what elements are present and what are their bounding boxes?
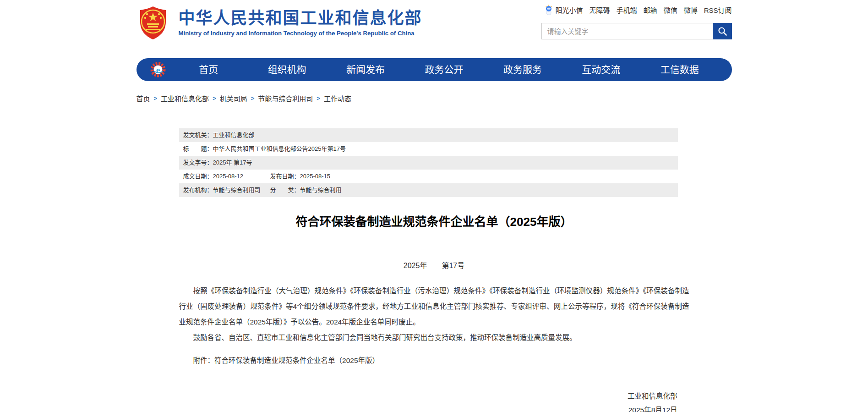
topbar-links: 阳光小信 无障碍 手机端 邮箱 微信 微博 RSS订阅 — [544, 5, 732, 15]
meta-label: 成文日期： — [183, 173, 213, 180]
site-subtitle-english: Ministry of Industry and Information Tec… — [179, 30, 422, 37]
site-identity: 中华人民共和国工业和信息化部 Ministry of Industry and … — [179, 9, 422, 37]
breadcrumb-item-energy-dept[interactable]: 节能与综合利用司 — [258, 93, 313, 103]
article-paragraph-2: 鼓励各省、自治区、直辖市工业和信息化主管部门会同当地有关部门研究出台支持政策，推… — [179, 330, 689, 346]
meta-value: 2025-08-12 — [213, 173, 244, 180]
nav-item-organization[interactable]: 组织机构 — [248, 58, 326, 81]
meta-value: 工业和信息化部 — [213, 132, 255, 138]
meta-row-title: 标 题：中华人民共和国工业和信息化部公告2025年第17号 — [179, 142, 678, 156]
meta-label: 发布日期： — [270, 173, 300, 180]
site-header: 中华人民共和国工业和信息化部 Ministry of Industry and … — [136, 0, 732, 46]
meta-label: 发文机关： — [183, 132, 213, 138]
search-icon — [717, 26, 727, 36]
article-body: 按照《环保装备制造行业（大气治理）规范条件》《环保装备制造行业（污水治理）规范条… — [179, 283, 689, 346]
search-button[interactable] — [713, 23, 732, 39]
article-title: 符合环保装备制造业规范条件企业名单（2025年版） — [179, 212, 689, 229]
attachment-line: 附件：符合环保装备制造业规范条件企业名单（2025年版） — [179, 353, 689, 368]
meta-value: 2025年 第17号 — [213, 159, 252, 166]
nav-item-interaction[interactable]: 互动交流 — [562, 58, 640, 81]
breadcrumb-separator-icon: > — [213, 95, 216, 102]
topbar-link-accessibility[interactable]: 无障碍 — [590, 5, 610, 15]
nav-item-miit-data[interactable]: 工信数据 — [640, 58, 719, 81]
topbar-link-wechat[interactable]: 微信 — [664, 5, 677, 15]
meta-value: 节能与综合利用司 — [213, 187, 261, 193]
breadcrumb: 首页 > 工业和信息化部 > 机关司局 > 节能与综合利用司 > 工作动态 — [136, 93, 732, 103]
meta-label: 发布机构： — [183, 187, 213, 193]
topbar-link-mobile[interactable]: 手机端 — [617, 5, 637, 15]
breadcrumb-separator-icon: > — [317, 95, 320, 102]
breadcrumb-item-work-updates[interactable]: 工作动态 — [324, 93, 351, 103]
signature-org: 工业和信息化部 — [179, 390, 677, 403]
miit-gear-logo-icon: e — [149, 61, 167, 78]
meta-label: 标 题： — [183, 145, 213, 152]
document-meta-table: 发文机关：工业和信息化部 标 题：中华人民共和国工业和信息化部公告2025年第1… — [179, 128, 678, 197]
breadcrumb-separator-icon: > — [154, 95, 158, 102]
nav-item-gov-disclosure[interactable]: 政务公开 — [405, 58, 483, 81]
attachment-link[interactable]: 符合环保装备制造业规范条件企业名单（2025年版） — [214, 357, 379, 364]
article-paragraph-1: 按照《环保装备制造行业（大气治理）规范条件》《环保装备制造行业（污水治理）规范条… — [179, 283, 689, 330]
signature-block: 工业和信息化部 2025年8月12日 — [179, 390, 689, 412]
topbar-link-weibo[interactable]: 微博 — [684, 5, 698, 15]
topbar-link-label: 阳光小信 — [556, 5, 583, 15]
meta-value: 中华人民共和国工业和信息化部公告2025年第17号 — [213, 145, 346, 152]
breadcrumb-item-departments[interactable]: 机关司局 — [220, 93, 247, 103]
site-search — [541, 23, 732, 39]
meta-label: 发文字号： — [183, 159, 213, 166]
national-emblem-icon — [138, 6, 168, 42]
breadcrumb-separator-icon: > — [251, 95, 255, 102]
signature-date: 2025年8月12日 — [179, 403, 677, 412]
meta-label: 分 类： — [270, 187, 300, 193]
nav-item-home[interactable]: 首页 — [169, 58, 248, 81]
meta-value: 2025-08-15 — [300, 173, 331, 180]
topbar-link-mail[interactable]: 邮箱 — [644, 5, 657, 15]
topbar-link-rss[interactable]: RSS订阅 — [704, 5, 732, 15]
nav-item-gov-services[interactable]: 政务服务 — [483, 58, 562, 81]
nav-item-news[interactable]: 新闻发布 — [326, 58, 404, 81]
meta-row-doc-number: 发文字号：2025年 第17号 — [179, 156, 678, 170]
attachment-prefix: 附件： — [193, 357, 215, 364]
main-nav: e 首页 组织机构 新闻发布 政务公开 政务服务 互动交流 工信数据 — [136, 58, 732, 81]
issue-number-line: 2025年 第17号 — [179, 259, 689, 270]
topbar-link-sunshine-assistant[interactable]: 阳光小信 — [544, 5, 583, 15]
breadcrumb-item-miit[interactable]: 工业和信息化部 — [161, 93, 209, 103]
meta-row-publisher-category: 发布机构：节能与综合利用司 分 类：节能与综合利用 — [179, 183, 678, 197]
meta-row-dates: 成文日期：2025-08-12 发布日期：2025-08-15 — [179, 170, 678, 183]
site-title: 中华人民共和国工业和信息化部 — [179, 9, 422, 27]
article: 发文机关：工业和信息化部 标 题：中华人民共和国工业和信息化部公告2025年第1… — [179, 128, 689, 412]
breadcrumb-item-home[interactable]: 首页 — [136, 93, 150, 103]
sunshine-assistant-icon — [544, 5, 553, 15]
search-input[interactable] — [541, 23, 713, 39]
meta-row-issuing-agency: 发文机关：工业和信息化部 — [179, 128, 678, 142]
meta-value: 节能与综合利用 — [300, 187, 342, 193]
